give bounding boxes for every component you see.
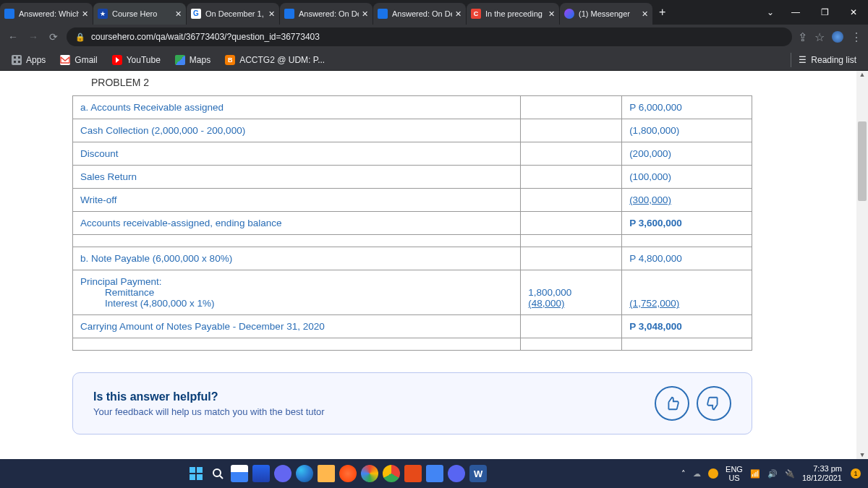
browser-tab[interactable]: (1) Messenger✕ [560, 3, 652, 25]
close-icon[interactable]: ✕ [268, 9, 275, 19]
bookmark-youtube[interactable]: YouTube [105, 55, 168, 65]
problem-heading: PROBLEM 2 [91, 77, 839, 88]
pp-interest: Interest (4,800,000 x 1%) [80, 298, 513, 309]
bookmark-acctg[interactable]: BACCTG2 @ UDM: P... [218, 55, 332, 65]
svg-rect-1 [197, 467, 203, 473]
table-row: Carrying Amount of Notes Payable - Decem… [73, 315, 752, 338]
scrollbar-thumb[interactable] [858, 121, 867, 201]
minimize-button[interactable]: — [781, 0, 810, 25]
scroll-up-icon[interactable]: ▲ [856, 71, 868, 82]
taskbar-app-edge[interactable] [296, 465, 313, 482]
browser-tab[interactable]: CIn the preceding✕ [467, 3, 559, 25]
bookmark-star-icon[interactable]: ☆ [814, 30, 825, 44]
reading-list-button[interactable]: ☰Reading list [791, 53, 864, 67]
taskbar-app[interactable] [426, 465, 443, 482]
taskbar-app-chat[interactable] [274, 465, 292, 482]
new-tab-button[interactable]: + [653, 6, 671, 19]
menu-dots-icon[interactable]: ⋮ [851, 30, 862, 44]
pp-label: Principal Payment: [80, 276, 162, 287]
volume-icon[interactable]: 🔊 [767, 469, 778, 479]
thumbs-down-button[interactable] [697, 386, 731, 421]
svg-point-4 [213, 469, 221, 476]
table-row [73, 338, 752, 351]
maximize-button[interactable]: ❐ [810, 0, 839, 25]
browser-tab[interactable]: Answered: On De✕ [280, 3, 373, 25]
svg-rect-3 [197, 474, 203, 480]
reload-button[interactable]: ⟳ [46, 31, 61, 43]
start-button[interactable] [187, 465, 205, 482]
thumbs-up-icon [664, 395, 680, 411]
svg-line-5 [220, 476, 223, 479]
remit-mid: 1,800,000 [528, 287, 571, 298]
search-icon[interactable] [209, 465, 226, 482]
table-row: b. Note Payable (6,000,000 x 80%)P 4,800… [73, 247, 752, 270]
tab-label: Answered: On De [392, 9, 452, 18]
page-viewport: PROBLEM 2 a. Accounts Receivable assigne… [0, 71, 868, 459]
task-view-icon[interactable] [231, 465, 248, 482]
taskbar-app-explorer[interactable] [318, 465, 335, 482]
toolbar: ← → ⟳ 🔒 coursehero.com/qa/wait/36773403/… [0, 25, 868, 49]
battery-icon[interactable]: 🔌 [785, 469, 795, 479]
taskbar-app-discord[interactable] [448, 465, 465, 482]
browser-titlebar: Answered: Which✕ ★Course Hero✕ GOn Decem… [0, 0, 868, 25]
tray-overflow-icon[interactable]: ˄ [681, 469, 686, 479]
browser-tab[interactable]: Answered: On De✕ [373, 3, 466, 25]
svg-rect-2 [190, 474, 195, 480]
close-icon[interactable]: ✕ [548, 9, 555, 19]
taskbar-app[interactable] [361, 465, 378, 482]
taskbar-app-chrome[interactable] [383, 465, 400, 482]
table-row: Sales Return(100,000) [73, 166, 752, 189]
close-icon[interactable]: ✕ [82, 9, 88, 19]
table-row: Write-off(300,000) [73, 189, 752, 212]
clock[interactable]: 7:33 pm 18/12/2021 [802, 464, 842, 482]
thumbs-up-button[interactable] [655, 386, 689, 421]
browser-tab[interactable]: ★Course Hero✕ [93, 3, 186, 25]
list-icon: ☰ [799, 55, 807, 65]
tray-icon[interactable] [708, 468, 718, 479]
feedback-subtext: Your feedback will help us match you wit… [93, 406, 647, 417]
window-close-button[interactable]: ✕ [839, 0, 868, 25]
onedrive-icon[interactable]: ☁ [693, 469, 701, 479]
taskbar-app-firefox[interactable] [339, 465, 357, 482]
tab-label: Answered: Which [19, 9, 79, 18]
tab-label: Course Hero [112, 9, 172, 18]
scroll-down-icon[interactable]: ▲ [856, 448, 868, 459]
url-text: coursehero.com/qa/wait/36773403/?questio… [91, 32, 320, 42]
pp-remittance: Remittance [80, 287, 513, 298]
share-icon[interactable]: ⇪ [798, 30, 807, 44]
close-icon[interactable]: ✕ [362, 9, 368, 19]
apps-shortcut[interactable]: Apps [4, 55, 53, 65]
taskbar-app-office[interactable] [404, 465, 422, 482]
pp-val: (1,752,000) [629, 298, 679, 309]
extension-icon[interactable] [832, 31, 843, 43]
bookmarks-bar: Apps Gmail YouTube Maps BACCTG2 @ UDM: P… [0, 49, 868, 71]
back-button[interactable]: ← [6, 31, 20, 43]
svg-rect-0 [190, 467, 195, 473]
solution-table: a. Accounts Receivable assignedP 6,000,0… [72, 95, 752, 351]
taskbar-app-word[interactable]: W [469, 465, 487, 482]
address-bar[interactable]: 🔒 coursehero.com/qa/wait/36773403/?quest… [67, 27, 792, 46]
tab-label: (1) Messenger [579, 9, 639, 18]
language-indicator[interactable]: ENG US [726, 465, 743, 482]
tab-label: In the preceding [485, 9, 545, 18]
tab-label: Answered: On De [299, 9, 359, 18]
bookmark-gmail[interactable]: Gmail [53, 55, 104, 65]
taskbar-app[interactable] [252, 465, 270, 482]
table-row: Accounts receivable-assigned, ending bal… [73, 212, 752, 235]
feedback-card: Is this answer helpful? Your feedback wi… [72, 372, 752, 435]
close-icon[interactable]: ✕ [455, 9, 461, 19]
wifi-icon[interactable]: 📶 [750, 469, 760, 479]
bookmark-maps[interactable]: Maps [168, 55, 218, 65]
table-row: Cash Collection (2,000,000 - 200,000)(1,… [73, 119, 752, 142]
forward-button[interactable]: → [26, 31, 41, 43]
browser-tab[interactable]: GOn December 1,✕ [187, 3, 279, 25]
scrollbar[interactable]: ▲ ▲ [856, 71, 868, 459]
int-mid: (48,000) [528, 298, 564, 309]
close-icon[interactable]: ✕ [642, 9, 648, 19]
notification-badge[interactable]: 1 [851, 468, 861, 479]
tab-overflow[interactable]: ⌄ [760, 7, 781, 17]
feedback-heading: Is this answer helpful? [93, 390, 647, 403]
close-icon[interactable]: ✕ [175, 9, 182, 19]
system-tray: ˄ ☁ ENG US 📶 🔊 🔌 7:33 pm 18/12/2021 1 [674, 464, 868, 482]
browser-tab[interactable]: Answered: Which✕ [0, 3, 93, 25]
